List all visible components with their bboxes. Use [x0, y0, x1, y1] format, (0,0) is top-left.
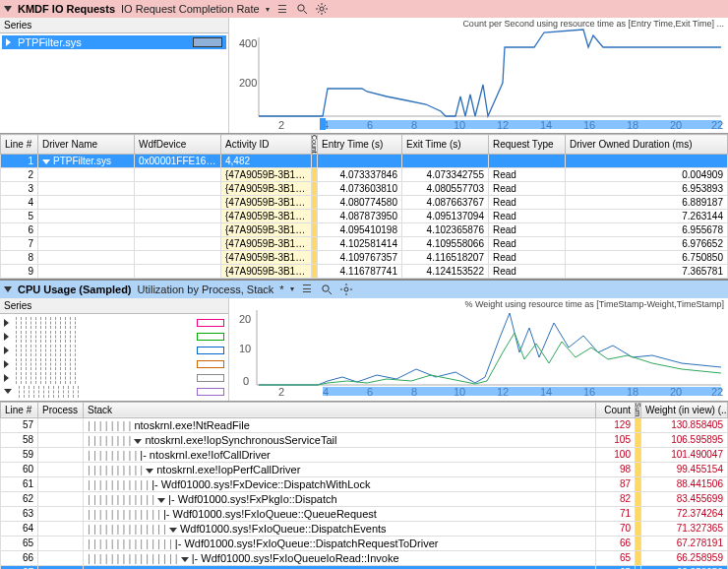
- series-item-ptpfilter[interactable]: PTPFilter.sys: [2, 35, 226, 49]
- cpu-chart[interactable]: % Weight using resource time as [TimeSta…: [229, 298, 728, 401]
- panel-title: CPU Usage (Sampled): [18, 284, 132, 295]
- svg-rect-28: [320, 118, 326, 130]
- series-header: Series: [0, 298, 228, 314]
- table-row[interactable]: 64| | | | | | | | | | | | | | Wdf01000.s…: [1, 521, 728, 536]
- series-item[interactable]: [2, 371, 226, 385]
- io-chart[interactable]: Count per Second using resource time as …: [229, 18, 728, 133]
- stack-frame: |- ntoskrnl.exe!IofCallDriver: [140, 449, 270, 461]
- col-activity[interactable]: Activity ID: [221, 135, 312, 155]
- stack-frame: Wdf01000.sys!FxIoQueue::DispatchEvents: [180, 523, 387, 535]
- col-reqtype[interactable]: Request Type: [489, 135, 566, 155]
- svg-text:10: 10: [239, 343, 251, 354]
- svg-text:400: 400: [239, 37, 257, 49]
- table-row[interactable]: 63| | | | | | | | | | | | | |- Wdf01000.…: [1, 506, 728, 521]
- svg-text:20: 20: [239, 313, 251, 325]
- table-row[interactable]: 62| | | | | | | | | | | | |- Wdf01000.sy…: [1, 491, 728, 506]
- gear-icon[interactable]: [315, 2, 329, 16]
- svg-point-29: [322, 284, 328, 290]
- gear-icon[interactable]: [339, 283, 353, 296]
- col-wdfdevice[interactable]: WdfDevice: [135, 135, 221, 155]
- stack-frame: |- Wdf01000.sys!FxIoQueue::QueueRequest: [163, 508, 377, 520]
- svg-rect-52: [323, 387, 721, 396]
- chevron-down-icon[interactable]: ▾: [266, 5, 270, 14]
- table-row[interactable]: 4{47A9059B-3B1B-00...4.0807745804.087663…: [1, 195, 728, 209]
- table-row[interactable]: 9{47A9059B-3B1B-00...4.1167877414.124153…: [1, 264, 728, 278]
- search-icon[interactable]: [295, 2, 309, 16]
- table-row[interactable]: 59| | | | | | | | | |- ntoskrnl.exe!IofC…: [1, 447, 728, 462]
- table-row[interactable]: 57| | | | | | | | ntoskrnl.exe!NtReadFil…: [1, 417, 728, 432]
- series-item-label: PTPFilter.sys: [18, 36, 82, 48]
- chart-tip: Count per Second using resource time as …: [462, 19, 724, 29]
- col-driver[interactable]: Driver Name: [38, 135, 135, 155]
- svg-text:0: 0: [243, 375, 249, 387]
- series-item[interactable]: [2, 316, 226, 330]
- table-row[interactable]: 60| | | | | | | | | | ntoskrnl.exe!IopPe…: [1, 462, 728, 476]
- svg-text:200: 200: [239, 77, 257, 89]
- stack-frame: ntoskrnl.exe!IopPerfCallDriver: [156, 464, 300, 475]
- series-item[interactable]: [2, 357, 226, 371]
- table-row[interactable]: 1PTPFilter.sys0x00001FFE167...4,482: [1, 154, 728, 167]
- stack-frame: |- Wdf01000.sys!FxDevice::DispatchWithLo…: [152, 478, 370, 490]
- svg-line-7: [318, 5, 320, 7]
- svg-text:2: 2: [278, 386, 284, 398]
- svg-text:2: 2: [278, 119, 284, 131]
- cpu-panel-header: CPU Usage (Sampled) Utilization by Proce…: [0, 281, 728, 298]
- stack-frame: ntoskrnl.exe!NtReadFile: [134, 419, 249, 431]
- col-entry[interactable]: Entry Time (s): [318, 135, 402, 155]
- col-duration[interactable]: Driver Owned Duration (ms): [566, 135, 728, 155]
- stack-frame: |- Wdf01000.sys!FxIoQueue::DispatchReque…: [175, 537, 439, 549]
- series-legend[interactable]: [0, 314, 228, 401]
- presets-icon[interactable]: ☰: [275, 2, 289, 16]
- svg-line-9: [318, 12, 320, 14]
- chevron-down-icon[interactable]: ▾: [290, 284, 294, 293]
- svg-point-2: [320, 7, 324, 11]
- series-item[interactable]: [2, 330, 226, 344]
- table-row[interactable]: 67| | | | | | | | | | | | | | | | | Wdf0…: [1, 565, 728, 569]
- series-item[interactable]: [2, 344, 226, 357]
- svg-line-30: [329, 291, 332, 294]
- panel-subtitle[interactable]: IO Request Completion Rate: [121, 3, 260, 15]
- svg-line-1: [304, 11, 307, 14]
- table-row[interactable]: 61| | | | | | | | | | | |- Wdf01000.sys!…: [1, 476, 728, 491]
- io-requests-table[interactable]: Line # Driver Name WdfDevice Activity ID…: [0, 134, 728, 279]
- collapse-icon[interactable]: [4, 6, 12, 12]
- table-row[interactable]: 65| | | | | | | | | | | | | | | |- Wdf01…: [1, 536, 728, 550]
- stack-frame: |- Wdf01000.sys!FxIoQueueIoRead::Invoke: [192, 552, 399, 564]
- svg-line-8: [324, 12, 326, 14]
- presets-icon[interactable]: ☰: [300, 283, 314, 296]
- table-row[interactable]: 58| | | | | | | | ntoskrnl.exe!IopSynchr…: [1, 432, 728, 447]
- col-weight[interactable]: Weight (in view) (...: [641, 402, 728, 417]
- col-line[interactable]: Line #: [1, 402, 38, 417]
- col-count[interactable]: Count: [596, 402, 636, 417]
- table-row[interactable]: 66| | | | | | | | | | | | | | | | |- Wdf…: [1, 550, 728, 565]
- table-row[interactable]: 3{47A9059B-3B1B-00...4.0736038104.080557…: [1, 181, 728, 195]
- series-item[interactable]: [2, 385, 226, 399]
- table-row[interactable]: 2{47A9059B-3B1B-00...4.0733378464.073342…: [1, 167, 728, 181]
- svg-point-31: [344, 287, 348, 291]
- svg-rect-27: [323, 120, 721, 129]
- col-sum[interactable]: Sum: [636, 402, 641, 417]
- table-row[interactable]: 6{47A9059B-3B1B-00...4.0954101984.102365…: [1, 222, 728, 236]
- table-row[interactable]: 7{47A9059B-3B1B-00...4.1025814144.109558…: [1, 236, 728, 250]
- col-line[interactable]: Line #: [1, 135, 38, 155]
- col-process[interactable]: Process: [38, 402, 84, 417]
- series-header: Series: [0, 18, 228, 33]
- col-stack[interactable]: Stack: [84, 402, 596, 417]
- panel-subtitle[interactable]: Utilization by Process, Stack: [138, 284, 274, 295]
- col-count[interactable]: Count: [312, 135, 318, 155]
- panel-title: KMDF IO Requests: [18, 3, 115, 15]
- table-row[interactable]: 8{47A9059B-3B1B-00...4.1097673574.116518…: [1, 250, 728, 264]
- svg-line-10: [324, 5, 326, 7]
- kmdf-panel-header: KMDF IO Requests IO Request Completion R…: [0, 0, 728, 18]
- chart-tip: % Weight using resource time as [TimeSta…: [464, 299, 724, 309]
- col-exit[interactable]: Exit Time (s): [402, 135, 489, 155]
- stack-frame: ntoskrnl.exe!IopSynchronousServiceTail: [145, 434, 336, 446]
- cpu-stack-table[interactable]: Line # Process Stack Count Sum Weight (i…: [0, 402, 728, 569]
- table-row[interactable]: 5{47A9059B-3B1B-00...4.0878739504.095137…: [1, 209, 728, 222]
- series-swatch: [193, 37, 222, 47]
- search-icon[interactable]: [320, 283, 334, 296]
- stack-frame: |- Wdf01000.sys!FxPkgIo::Dispatch: [168, 493, 337, 505]
- collapse-icon[interactable]: [4, 286, 12, 292]
- svg-point-0: [297, 5, 303, 11]
